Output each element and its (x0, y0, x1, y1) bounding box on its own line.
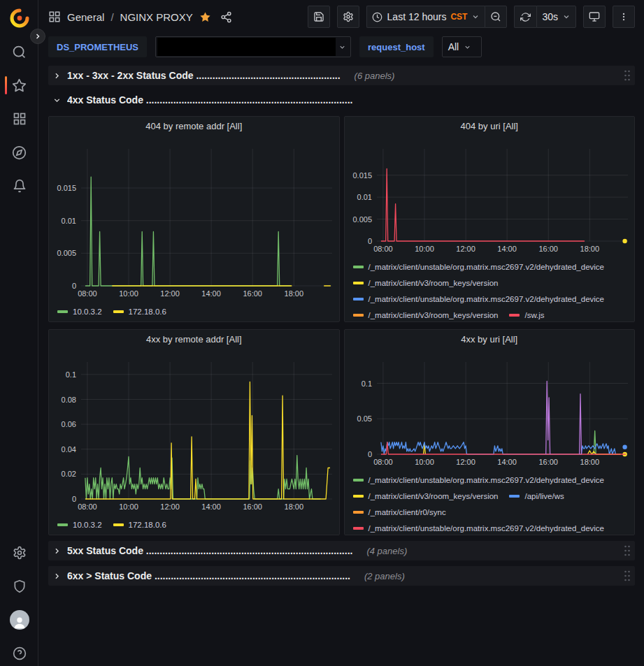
legend-label: /_matrix/client/v3/room_keys/version (368, 311, 499, 319)
refresh-interval-label: 30s (542, 11, 558, 22)
series-color-swatch (353, 298, 364, 301)
legend-label: /_matrix/client/unstable/org.matrix.msc2… (368, 524, 605, 533)
legend-item[interactable]: 10.0.3.2 (57, 518, 102, 531)
sidebar-item-starred[interactable] (0, 75, 38, 95)
sidebar-item-dashboards[interactable] (0, 109, 38, 129)
svg-text:10:00: 10:00 (119, 289, 138, 298)
series-color-swatch (509, 314, 520, 317)
save-dashboard-button[interactable] (308, 6, 330, 28)
series-color-swatch (353, 266, 364, 268)
dashboard-row-4xx[interactable]: 4xx Status Code ........................… (48, 90, 635, 110)
variables-bar: DS_PROMETHEUS request_host All (39, 34, 644, 64)
sidebar-item-profile[interactable] (0, 610, 38, 630)
sidebar-item-explore[interactable] (0, 143, 38, 162)
svg-text:14:00: 14:00 (201, 289, 221, 298)
zoom-out-button[interactable] (485, 6, 507, 28)
svg-text:0: 0 (72, 282, 76, 290)
bell-icon (13, 179, 27, 193)
series-color-swatch (353, 479, 364, 482)
legend-item[interactable]: /api/live/ws (509, 489, 564, 502)
row-drag-handle[interactable] (624, 70, 631, 81)
legend: 10.0.3.2172.18.0.6 (49, 514, 339, 535)
legend-item[interactable]: /_matrix/client/v3/room_keys/version (353, 308, 499, 321)
legend-label: /_matrix/client/v3/room_keys/version (368, 492, 499, 500)
monitor-icon (589, 11, 600, 22)
svg-text:0.05: 0.05 (357, 414, 371, 423)
dashboard-row-6xx[interactable]: 6xx > Status Code ......................… (48, 566, 635, 586)
time-range-picker[interactable]: Last 12 hours CST (366, 6, 485, 28)
sidebar-item-alerting[interactable] (0, 176, 38, 196)
legend-item[interactable]: /_matrix/client/v3/room_keys/version (353, 276, 499, 289)
legend-label: /_matrix/client/unstable/org.matrix.msc2… (368, 263, 605, 271)
series-color-swatch (353, 495, 364, 498)
svg-text:10:00: 10:00 (119, 502, 138, 511)
svg-text:0.08: 0.08 (62, 396, 76, 404)
dashboard-settings-button[interactable] (337, 6, 359, 28)
legend-item[interactable]: 172.18.0.6 (113, 518, 166, 531)
row-title: 4xx Status Code ........................… (67, 94, 352, 106)
svg-text:0.1: 0.1 (361, 379, 371, 388)
legend-label: 172.18.0.6 (129, 521, 166, 529)
row-title: 1xx - 3xx - 2xx Status Code ............… (67, 70, 341, 81)
refresh-button[interactable] (514, 6, 536, 28)
legend-label: /_matrix/client/r0/sync (368, 508, 446, 516)
time-series-chart[interactable]: 00.050.108:0010:0012:0014:0016:0018:00 (345, 348, 635, 470)
legend-item[interactable]: /_matrix/client/unstable/org.matrix.msc2… (353, 521, 605, 535)
legend-item[interactable]: 10.0.3.2 (57, 305, 102, 318)
share-icon[interactable] (220, 11, 232, 23)
legend-item[interactable]: 172.18.0.6 (113, 305, 166, 318)
search-icon (12, 45, 27, 59)
favorite-star-icon[interactable] (199, 11, 211, 23)
panel-title[interactable]: 404 by remote addr [All] (49, 117, 339, 135)
request-host-dropdown[interactable]: All (442, 36, 482, 57)
svg-text:08:00: 08:00 (78, 289, 97, 298)
legend-item[interactable]: /sw.js (509, 308, 544, 321)
legend-item[interactable]: /_matrix/client/unstable/org.matrix.msc2… (353, 260, 605, 273)
ds-prometheus-dropdown[interactable] (155, 36, 351, 57)
row-drag-handle[interactable] (624, 545, 631, 556)
legend-item[interactable]: /_matrix/client/unstable/org.matrix.msc2… (353, 292, 605, 305)
sidebar-item-search[interactable] (0, 42, 38, 61)
series-color-swatch (57, 310, 68, 313)
dashboard-row-1xx-3xx-2xx[interactable]: 1xx - 3xx - 2xx Status Code ............… (48, 66, 635, 85)
clock-icon (372, 12, 382, 22)
refresh-icon (520, 12, 531, 22)
panel-title[interactable]: 4xx by uri [All] (345, 330, 635, 348)
sidebar-expand-button[interactable] (30, 29, 45, 44)
breadcrumb-folder[interactable]: General (67, 11, 104, 23)
more-options-button[interactable] (613, 6, 635, 28)
sidebar-item-configuration[interactable] (0, 543, 38, 563)
sidebar-item-help[interactable] (0, 644, 38, 663)
svg-text:0.015: 0.015 (352, 171, 372, 180)
grafana-logo[interactable] (0, 7, 38, 29)
panel-4xx-by-uri-all: 4xx by uri [All]00.050.108:0010:0012:001… (344, 329, 636, 535)
time-series-chart[interactable]: 00.0050.010.01508:0010:0012:0014:0016:00… (345, 135, 635, 256)
legend-label: 10.0.3.2 (73, 307, 102, 316)
dashboard-body: 1xx - 3xx - 2xx Status Code ............… (39, 64, 644, 586)
legend-item[interactable]: /_matrix/client/unstable/org.matrix.msc2… (353, 473, 605, 486)
page-title: NGINX PROXY (120, 11, 193, 23)
svg-text:0.01: 0.01 (357, 193, 371, 201)
series-color-swatch (353, 511, 364, 514)
time-series-chart[interactable]: 00.0050.010.01508:0010:0012:0014:0016:00… (49, 135, 339, 301)
shield-icon (13, 579, 27, 593)
legend-label: /api/live/ws (524, 492, 564, 500)
row-panel-count: (4 panels) (366, 546, 407, 556)
dashboard-row-5xx[interactable]: 5xx Status Code ........................… (48, 541, 635, 560)
legend-label: /_matrix/client/v3/room_keys/version (368, 279, 499, 287)
breadcrumb: General / NGINX PROXY (48, 10, 232, 23)
legend-item[interactable]: /_matrix/client/v3/room_keys/version (353, 489, 499, 502)
row-drag-handle[interactable] (624, 570, 631, 581)
svg-text:0.02: 0.02 (62, 470, 76, 478)
zoom-out-icon (490, 11, 501, 22)
refresh-interval-dropdown[interactable]: 30s (536, 6, 576, 28)
legend-item[interactable]: /_matrix/client/r0/sync (353, 505, 446, 519)
legend-label: 172.18.0.6 (129, 307, 166, 316)
panel-title[interactable]: 404 by uri [All] (345, 117, 635, 135)
panel-title[interactable]: 4xx by remote addr [All] (49, 330, 339, 348)
time-series-chart[interactable]: 00.020.040.060.080.108:0010:0012:0014:00… (49, 348, 339, 514)
sidebar-item-server-admin[interactable] (0, 577, 38, 596)
series-color-swatch (353, 527, 364, 530)
tv-mode-button[interactable] (583, 6, 606, 28)
breadcrumb-separator: / (110, 11, 113, 23)
